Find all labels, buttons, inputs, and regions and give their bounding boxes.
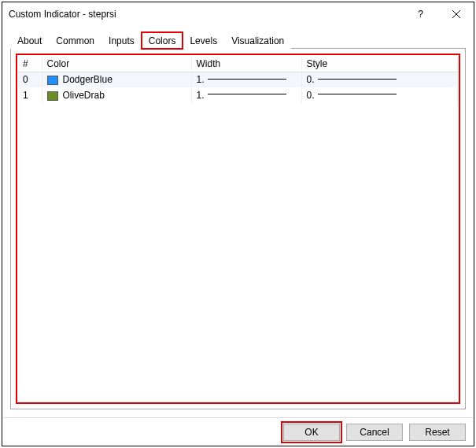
line-width-sample (208, 94, 286, 94)
color-swatch (47, 91, 58, 101)
cell-index: 0 (18, 72, 42, 87)
help-button[interactable]: ? (403, 2, 438, 26)
cell-width[interactable]: 1. (191, 87, 301, 103)
col-header-width[interactable]: Width (191, 56, 301, 72)
table-row[interactable]: 1 OliveDrab 1. 0. (18, 87, 458, 103)
col-header-index[interactable]: # (18, 56, 42, 72)
dialog-window: Custom Indicator - steprsi ? About Commo… (2, 2, 474, 446)
tab-inputs[interactable]: Inputs (101, 32, 142, 49)
color-swatch (47, 76, 58, 85)
client-area: About Common Inputs Colors Levels Visual… (2, 26, 474, 417)
tab-visualization[interactable]: Visualization (224, 32, 291, 49)
tab-panel-colors: # Color Width Style 0 DodgerBlue 1. (10, 48, 466, 409)
table-header-row: # Color Width Style (18, 56, 458, 72)
cell-style[interactable]: 0. (301, 72, 458, 87)
line-style-sample (318, 94, 397, 94)
cell-style[interactable]: 0. (301, 87, 458, 103)
colors-table[interactable]: # Color Width Style 0 DodgerBlue 1. (18, 56, 458, 103)
tab-common[interactable]: Common (49, 32, 101, 49)
color-name: DodgerBlue (63, 74, 113, 85)
window-title: Custom Indicator - steprsi (9, 9, 403, 20)
col-header-style[interactable]: Style (301, 56, 458, 72)
cell-color[interactable]: DodgerBlue (42, 72, 191, 87)
dialog-footer: OK Cancel Reset (2, 417, 474, 446)
cell-index: 1 (18, 87, 42, 103)
ok-button[interactable]: OK (283, 424, 340, 441)
titlebar: Custom Indicator - steprsi ? (2, 2, 474, 26)
tab-colors[interactable]: Colors (142, 32, 183, 49)
close-icon (452, 10, 460, 18)
line-width-sample (208, 79, 286, 80)
tab-strip: About Common Inputs Colors Levels Visual… (10, 31, 466, 48)
table-row[interactable]: 0 DodgerBlue 1. 0. (18, 72, 458, 87)
cell-width[interactable]: 1. (191, 72, 301, 87)
col-header-color[interactable]: Color (42, 56, 191, 72)
line-style-sample (318, 79, 397, 80)
close-button[interactable] (438, 2, 474, 26)
color-name: OliveDrab (63, 90, 105, 101)
tab-levels[interactable]: Levels (183, 32, 224, 49)
cell-color[interactable]: OliveDrab (42, 87, 191, 103)
cancel-button[interactable]: Cancel (346, 424, 403, 441)
tab-about[interactable]: About (10, 32, 49, 49)
colors-table-area: # Color Width Style 0 DodgerBlue 1. (16, 54, 460, 404)
reset-button[interactable]: Reset (409, 424, 466, 441)
